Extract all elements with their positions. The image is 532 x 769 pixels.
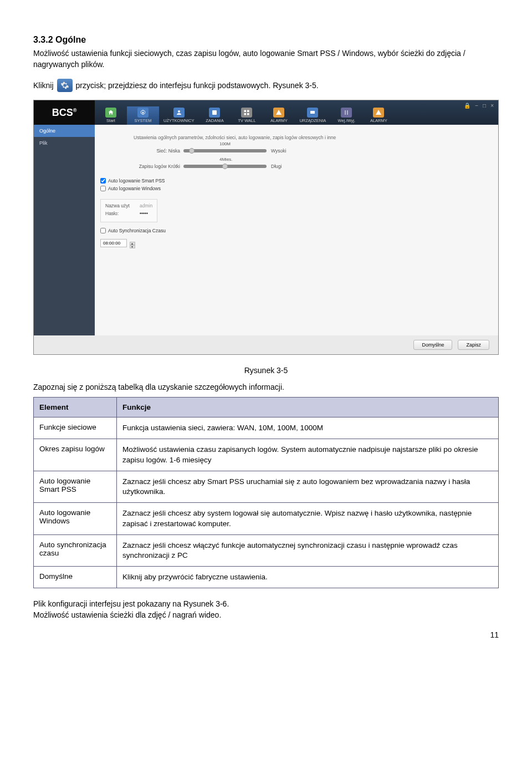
pane-description: Ustawienia ogólnych parametrów, zdolnośc…	[134, 135, 488, 140]
log-high-label: Długi	[271, 164, 282, 169]
nav-alarms[interactable]: ALARMY	[263, 106, 295, 125]
log-top-label: 4Mies.	[219, 157, 233, 162]
lock-icon[interactable]: 🔒	[464, 103, 470, 109]
home-icon	[105, 108, 116, 118]
username-label: Nazwa użyt	[105, 203, 136, 208]
auto-win-checkbox[interactable]	[100, 186, 106, 191]
svg-rect-5	[212, 110, 217, 115]
svg-point-3	[142, 112, 144, 114]
page-logo: 123i	[33, 11, 499, 19]
footer-line1: Plik konfiguracji interfejsu jest pokaza…	[33, 599, 499, 608]
svg-rect-10	[310, 111, 315, 114]
log-slider[interactable]	[183, 165, 267, 168]
table-row: Funkcje siecioweFunkcja ustawienia sieci…	[34, 417, 499, 439]
password-value: •••••	[140, 211, 148, 216]
auto-win-row: Auto logowanie Windows	[100, 186, 488, 191]
nav-start[interactable]: Start	[95, 106, 127, 125]
th-element: Element	[34, 398, 117, 417]
nav-bar: Start SYSTEM UŻYTKOWNICY ZADANIA TV WALL…	[95, 100, 459, 125]
settings-icon	[57, 79, 73, 92]
close-icon[interactable]: ×	[490, 103, 494, 109]
figure-caption: Rysunek 3-5	[33, 366, 499, 375]
table-row: Okres zapisu logówMożliwość ustawienia c…	[34, 439, 499, 471]
table-row: Auto logowanie WindowsZaznacz jeśli chce…	[34, 503, 499, 534]
main-pane: Ustawienia ogólnych parametrów, zdolnośc…	[95, 125, 498, 335]
sync-row: Auto Synchronizacja Czasu	[100, 228, 488, 233]
time-box: ▲▼	[100, 239, 488, 248]
auto-pss-checkbox[interactable]	[100, 178, 106, 184]
net-top-label: 100M	[219, 141, 231, 146]
page-number: 11	[33, 630, 499, 639]
nav-io[interactable]: Wej./Wyj.	[330, 106, 362, 125]
gear-icon	[137, 108, 149, 118]
kliknij-line: Kliknij przycisk; przejdziesz do interfe…	[33, 79, 499, 92]
app-window: BCS® Start SYSTEM UŻYTKOWNICY ZADANIA TV…	[33, 100, 499, 355]
io-icon	[341, 108, 352, 118]
maximize-icon[interactable]: □	[483, 103, 486, 109]
auto-pss-row: Auto logowanie Smart PSS	[100, 178, 488, 184]
credentials-box: Nazwa użyt admin Hasło: •••••	[100, 199, 157, 222]
svg-rect-9	[247, 113, 249, 115]
slider-thumb[interactable]	[189, 148, 195, 154]
table-row: DomyślneKliknij aby przywrócić fabryczne…	[34, 567, 499, 588]
save-button[interactable]: Zapisz	[458, 340, 489, 350]
brand-logo: BCS®	[34, 100, 95, 125]
svg-point-4	[178, 110, 180, 113]
footer-line2: Możliwość ustawienia ścieżki dla zdjęć /…	[33, 610, 499, 619]
alert-icon	[273, 108, 284, 118]
tasks-icon	[209, 108, 220, 118]
kliknij-post: przycisk; przejdziesz do interfejsu funk…	[76, 81, 319, 90]
user-icon	[173, 108, 185, 118]
minimize-icon[interactable]: −	[475, 103, 478, 109]
net-high-label: Wysoki	[271, 148, 286, 154]
sidebar-item-file[interactable]: Plik	[34, 137, 95, 149]
info-table: Element Funkcje Funkcje siecioweFunkcja …	[33, 397, 499, 588]
nav-tasks[interactable]: ZADANIA	[198, 106, 231, 125]
svg-rect-8	[244, 113, 247, 115]
net-label: Sieć: Niska	[134, 148, 183, 154]
sidebar-item-general[interactable]: Ogólne	[34, 125, 95, 137]
net-slider[interactable]	[183, 149, 267, 152]
time-input[interactable]	[100, 239, 127, 247]
table-intro: Zapoznaj się z poniższą tabelką dla uzys…	[33, 383, 499, 391]
window-controls: 🔒 − □ ×	[459, 100, 498, 125]
nav-tvwall[interactable]: TV WALL	[231, 106, 263, 125]
svg-rect-6	[244, 110, 247, 113]
nav-devices[interactable]: URZĄDZENIA	[295, 106, 330, 125]
slider-thumb[interactable]	[222, 164, 228, 169]
svg-rect-7	[247, 110, 249, 113]
default-button[interactable]: Domyślne	[413, 340, 452, 350]
nav-users[interactable]: UŻYTKOWNICY	[159, 106, 198, 125]
sync-label: Auto Synchronizacja Czasu	[108, 228, 166, 233]
table-row: Auto logowanie Smart PSSZaznacz jeśli ch…	[34, 471, 499, 502]
app-topbar: BCS® Start SYSTEM UŻYTKOWNICY ZADANIA TV…	[34, 100, 498, 125]
sidebar: Ogólne Plik	[34, 125, 95, 335]
footer-buttons: Domyślne Zapisz	[34, 335, 498, 354]
app-body: Ogólne Plik Ustawienia ogólnych parametr…	[34, 125, 498, 335]
kliknij-pre: Kliknij	[33, 81, 54, 90]
alert-icon	[373, 108, 384, 118]
device-icon	[307, 108, 318, 118]
section-heading: 3.3.2 Ogólne	[33, 35, 499, 45]
auto-pss-label: Auto logowanie Smart PSS	[108, 178, 165, 184]
th-function: Funkcje	[117, 398, 499, 417]
username-value: admin	[140, 203, 152, 208]
password-label: Hasło:	[105, 211, 136, 216]
table-row: Auto synchronizacja czasuZaznacz jeśli c…	[34, 534, 499, 566]
sync-checkbox[interactable]	[100, 228, 106, 233]
time-stepper[interactable]: ▲▼	[130, 242, 135, 248]
intro-paragraph: Możliwość ustawienia funkcji sieciowych,…	[33, 48, 499, 70]
log-label: Zapisu logów Krótki	[134, 164, 183, 169]
grid-icon	[241, 108, 252, 118]
nav-alarms2[interactable]: ALARMY	[362, 106, 395, 125]
auto-win-label: Auto logowanie Windows	[108, 186, 161, 191]
nav-system[interactable]: SYSTEM	[127, 106, 159, 125]
